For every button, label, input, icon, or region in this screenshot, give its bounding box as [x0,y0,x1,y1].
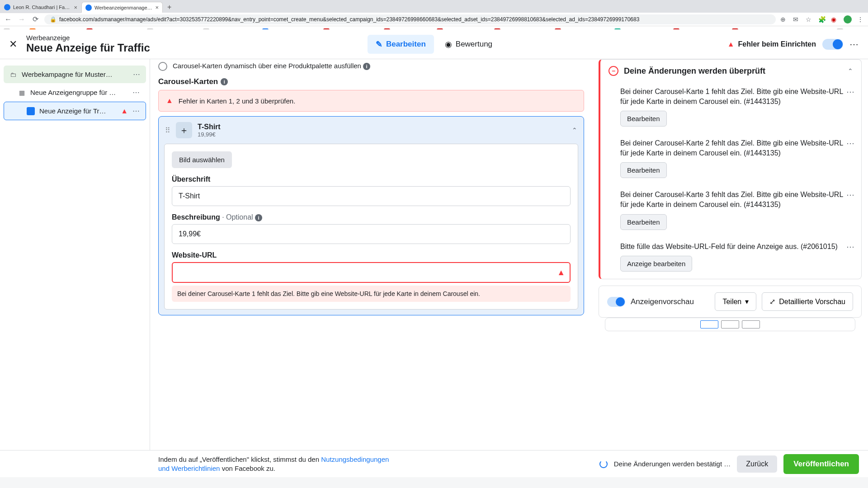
folder-icon: 🗀 [9,70,17,79]
facebook-favicon-icon [4,4,10,10]
more-icon[interactable]: ⋯ [132,107,140,115]
star-icon[interactable]: ☆ [806,16,813,23]
thumbnail[interactable] [742,320,760,328]
more-menu-button[interactable]: ⋯ [849,39,859,50]
header-toggle[interactable] [822,39,843,50]
ads-manager-app: ✕ Werbeanzeige Neue Anzeige für Traffic … [0,29,868,477]
nav-adset[interactable]: ▦ Neue Anzeigengruppe für … ⋯ [4,83,146,102]
label-headline: Überschrift [172,175,571,183]
info-icon[interactable]: i [255,214,262,221]
description-input[interactable] [172,224,571,244]
lock-icon: 🔒 [50,16,57,23]
info-icon[interactable]: i [363,63,370,70]
warning-icon: ▲ [557,268,565,277]
header-subtitle: Werbeanzeige [26,34,150,42]
toggle-knob [833,39,843,49]
label-description: Beschreibung · Optional i [172,213,571,221]
browser-chrome: Leon R. Chaudhari | Facebook × Werbeanze… [0,0,868,29]
nav-campaign[interactable]: 🗀 Werbekampagne für Muster… ⋯ [4,66,146,83]
shield-icon[interactable]: ◉ [831,16,838,23]
card-header: ⠿ ＋ T-Shirt 19,99€ ⌃ [159,117,584,144]
eye-icon: ◉ [445,39,452,49]
url-input-wrap: ▲ [172,262,571,283]
close-button[interactable]: ✕ [9,38,17,50]
detailed-preview-button[interactable]: ⤢Detaillierte Vorschau [762,292,853,311]
url-bar[interactable]: 🔒 facebook.com/adsmanager/manage/ads/edi… [44,14,776,24]
browser-tab-active[interactable]: Werbeanzeigenmanager - We… × [81,2,163,13]
campaign-nav: 🗀 Werbekampagne für Muster… ⋯ ▦ Neue Anz… [0,59,150,450]
extension-icon[interactable]: 🧩 [818,16,826,23]
header-right: ▲ Fehler beim Einrichten ⋯ [727,39,859,50]
reload-icon[interactable]: ⟳ [31,15,40,23]
close-icon[interactable]: × [155,4,159,11]
review-issue: Bitte fülle das Website-URL-Feld für dei… [600,237,861,279]
edit-button[interactable]: Bearbeiten [620,162,667,178]
minus-circle-icon: − [609,66,618,76]
select-image-button[interactable]: Bild auswählen [172,151,232,168]
browser-tab[interactable]: Leon R. Chaudhari | Facebook × [0,2,81,13]
warning-icon: ▲ [166,97,173,105]
publish-button[interactable]: Veröffentlichen [783,454,859,474]
more-icon[interactable]: ⋯ [846,190,855,200]
add-media-button[interactable]: ＋ [176,122,192,138]
spinner-icon [599,460,608,468]
thumbnail[interactable] [700,320,718,328]
profile-avatar[interactable] [844,15,852,23]
menu-icon[interactable]: ⋮ [857,16,864,23]
search-icon[interactable]: ⊕ [780,16,788,23]
edit-button[interactable]: Bearbeiten [620,214,667,230]
back-icon[interactable]: ← [4,15,13,23]
chevron-down-icon: ▾ [745,297,749,306]
chevron-up-icon[interactable]: ⌃ [848,67,853,75]
edit-button[interactable]: Bearbeiten [620,111,667,127]
back-button[interactable]: Zurück [737,455,777,473]
footer-status: Deine Änderungen werden bestätigt … [614,460,731,468]
preview-thumbnails [605,318,855,331]
browser-nav-row: ← → ⟳ 🔒 facebook.com/adsmanager/manage/a… [0,13,868,26]
forward-icon[interactable]: → [17,15,26,23]
tab-edit[interactable]: ✎ Bearbeiten [368,35,434,54]
carousel-card-editor: ⠿ ＋ T-Shirt 19,99€ ⌃ Bild auswählen Über… [158,116,584,315]
nav-ad-active[interactable]: Neue Anzeige für Tr… ▲ ⋯ [4,102,146,120]
share-icon[interactable]: ✉ [793,16,800,23]
card-price: 19,99€ [198,131,221,138]
card-body: Bild auswählen Überschrift Beschreibung … [164,144,578,310]
tab-review[interactable]: ◉ Bewertung [437,35,500,54]
review-issue: Bei deiner Carousel-Karte 1 fehlt das Zi… [600,82,861,134]
edit-ad-button[interactable]: Anzeige bearbeiten [620,256,692,272]
close-icon[interactable]: × [74,4,77,11]
footer: Indem du auf „Veröffentlichen" klickst, … [0,450,868,477]
more-icon[interactable]: ⋯ [133,70,141,79]
chevron-up-icon[interactable]: ⌃ [572,127,577,134]
preview-toggle[interactable] [607,297,625,307]
website-url-input[interactable] [172,262,571,283]
radio-icon[interactable] [158,62,167,71]
issue-text: Bei deiner Carousel-Karte 2 fehlt das Zi… [620,138,853,158]
header-tabs: ✎ Bearbeiten ◉ Bewertung [368,35,500,54]
share-button[interactable]: Teilen▾ [715,292,756,311]
card-title: T-Shirt [198,123,221,131]
expand-icon: ⤢ [769,297,775,306]
drag-handle-icon[interactable]: ⠿ [165,126,170,135]
url-error-message: Bei deiner Carousel-Karte 1 fehlt das Zi… [172,286,571,302]
tab-bar: Leon R. Chaudhari | Facebook × Werbeanze… [0,0,868,13]
more-icon[interactable]: ⋯ [846,138,855,148]
issue-text: Bitte fülle das Website-URL-Feld für dei… [620,242,853,252]
more-icon[interactable]: ⋯ [846,242,855,252]
facebook-favicon-icon [85,5,92,11]
footer-legal: Indem du auf „Veröffentlichen" klickst, … [158,455,393,473]
issue-text: Bei deiner Carousel-Karte 3 fehlt das Zi… [620,190,853,209]
page-title: Neue Anzeige für Traffic [26,42,150,54]
radio-dynamic-cards[interactable]: Carousel-Karten dynamisch über eine Prod… [158,59,584,74]
document-icon [27,107,35,115]
review-header[interactable]: − Deine Änderungen werden überprüft ⌃ [600,60,861,82]
main-columns: 🗀 Werbekampagne für Muster… ⋯ ▦ Neue Anz… [0,59,868,450]
more-icon[interactable]: ⋯ [846,87,855,97]
warning-icon: ▲ [727,40,735,48]
thumbnail[interactable] [721,320,739,328]
new-tab-button[interactable]: + [163,3,176,11]
more-icon[interactable]: ⋯ [132,88,140,97]
headline-input[interactable] [172,186,571,206]
card-title-block: T-Shirt 19,99€ [198,123,221,138]
info-icon[interactable]: i [221,78,228,85]
